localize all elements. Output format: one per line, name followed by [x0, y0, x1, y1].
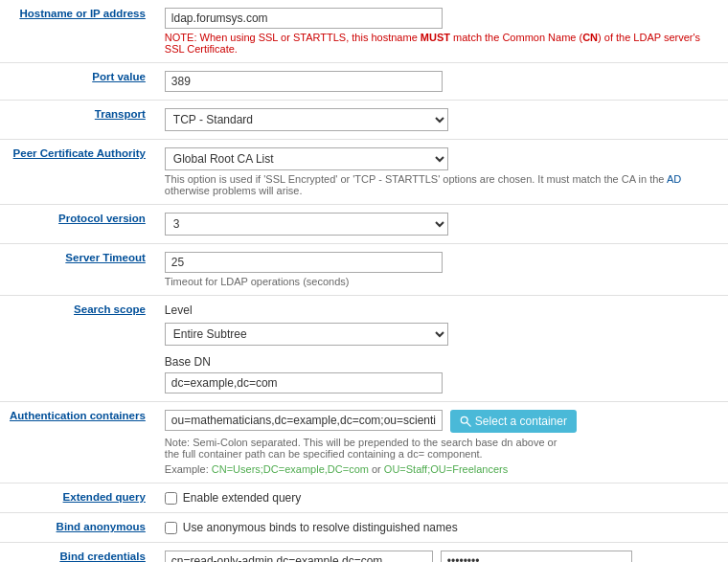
bind-credentials-username-input[interactable]: [165, 551, 433, 562]
bind-credentials-row: Bind credentials: [0, 543, 728, 563]
auth-containers-value-cell: Select a container Note: Semi-Colon sepa…: [155, 402, 728, 483]
transport-select[interactable]: TCP - Standard SSL Encrypted TCP - START…: [165, 108, 448, 131]
server-timeout-row: Server Timeout Timeout for LDAP operatio…: [0, 244, 728, 296]
auth-containers-example: Example: CN=Users;DC=example,DC=com or O…: [165, 463, 718, 475]
hostname-row: Hostname or IP address NOTE: When using …: [0, 0, 728, 63]
protocol-label: Protocol version: [0, 205, 155, 244]
extended-query-checkbox-row: Enable extended query: [165, 491, 718, 505]
protocol-value-cell: 3 2: [155, 205, 728, 244]
base-dn-input[interactable]: [165, 372, 443, 393]
extended-query-checkbox-label: Enable extended query: [183, 491, 301, 505]
hostname-label: Hostname or IP address: [0, 0, 155, 63]
select-container-button[interactable]: Select a container: [450, 410, 577, 433]
bind-anonymous-checkbox-label: Use anonymous binds to resolve distingui…: [183, 521, 458, 534]
extended-query-value-cell: Enable extended query: [155, 483, 728, 513]
auth-containers-input[interactable]: [165, 410, 443, 431]
scope-level-label: Level: [165, 303, 718, 317]
bind-anonymous-label: Bind anonymous: [0, 513, 155, 543]
protocol-select[interactable]: 3 2: [165, 213, 448, 236]
search-scope-row: Search scope Level Entire Subtree One Le…: [0, 296, 728, 402]
hostname-value-cell: NOTE: When using SSL or STARTTLS, this h…: [155, 0, 728, 63]
ldap-settings-form: Hostname or IP address NOTE: When using …: [0, 0, 728, 562]
peer-cert-value-cell: Global Root CA List This option is used …: [155, 140, 728, 205]
bind-anonymous-value-cell: Use anonymous binds to resolve distingui…: [155, 513, 728, 543]
hostname-note: NOTE: When using SSL or STARTTLS, this h…: [165, 32, 718, 55]
extended-query-label: Extended query: [0, 483, 155, 513]
auth-container-input-row: Select a container: [165, 410, 718, 433]
bind-anonymous-row: Bind anonymous Use anonymous binds to re…: [0, 513, 728, 543]
select-container-btn-label: Select a container: [475, 415, 567, 428]
extended-query-row: Extended query Enable extended query: [0, 483, 728, 513]
port-value-cell: [155, 63, 728, 101]
bind-anonymous-checkbox-row: Use anonymous binds to resolve distingui…: [165, 521, 718, 534]
auth-containers-row: Authentication containers Select a conta…: [0, 402, 728, 483]
search-icon: [460, 416, 471, 427]
base-dn-label: Base DN: [165, 355, 718, 369]
port-label: Port value: [0, 63, 155, 101]
bind-credentials-password-input[interactable]: [441, 551, 632, 562]
peer-cert-select[interactable]: Global Root CA List: [165, 147, 448, 170]
peer-cert-info: This option is used if 'SSL Encrypted' o…: [165, 173, 718, 196]
bind-credentials-inputs: [165, 551, 718, 562]
port-row: Port value: [0, 63, 728, 101]
search-scope-select[interactable]: Entire Subtree One Level: [165, 323, 448, 346]
server-timeout-input[interactable]: [165, 252, 443, 273]
search-scope-label: Search scope: [0, 296, 155, 402]
protocol-row: Protocol version 3 2: [0, 205, 728, 244]
peer-cert-label: Peer Certificate Authority: [0, 140, 155, 205]
transport-value-cell: TCP - Standard SSL Encrypted TCP - START…: [155, 101, 728, 140]
hostname-input[interactable]: [165, 8, 443, 29]
auth-containers-label: Authentication containers: [0, 402, 155, 483]
server-timeout-label: Server Timeout: [0, 244, 155, 296]
svg-line-1: [466, 422, 470, 426]
transport-label: Transport: [0, 101, 155, 140]
bind-anonymous-checkbox[interactable]: [165, 522, 177, 534]
server-timeout-note: Timeout for LDAP operations (seconds): [165, 276, 718, 287]
port-input[interactable]: [165, 71, 443, 92]
bind-credentials-label: Bind credentials: [0, 543, 155, 563]
extended-query-checkbox[interactable]: [165, 492, 177, 505]
transport-row: Transport TCP - Standard SSL Encrypted T…: [0, 101, 728, 140]
auth-containers-note: Note: Semi-Colon separated. This will be…: [165, 437, 567, 460]
search-scope-value-cell: Level Entire Subtree One Level Base DN: [155, 296, 728, 402]
peer-cert-row: Peer Certificate Authority Global Root C…: [0, 140, 728, 205]
server-timeout-value-cell: Timeout for LDAP operations (seconds): [155, 244, 728, 296]
bind-credentials-value-cell: [155, 543, 728, 563]
